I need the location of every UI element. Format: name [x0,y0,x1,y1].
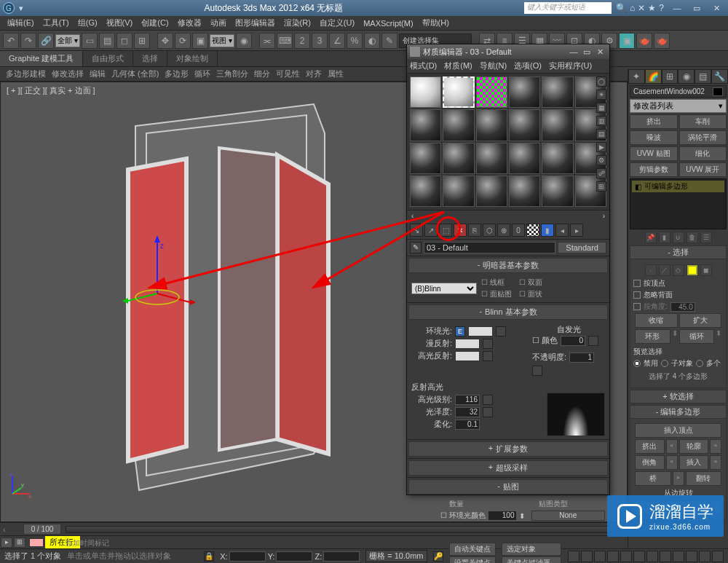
tab-create-icon[interactable]: ✦ [628,69,645,84]
link-button[interactable]: 🔗 [38,33,54,49]
btn-slice[interactable]: 剪辑参数 [630,162,678,177]
sample-slot[interactable] [542,109,573,141]
diffuse-swatch[interactable] [455,339,480,349]
faceted-checkbox[interactable]: ☐ 面状 [519,289,542,299]
make-copy-icon[interactable]: ⎘ [468,224,481,237]
sample-slot[interactable] [542,76,573,108]
go-forward-icon[interactable]: ▸ [570,224,583,237]
add-time-tag[interactable]: 添加时间标记 [66,538,109,548]
ambient-lock-icon[interactable]: E [455,326,465,336]
make-unique-icon[interactable]: ⬡ [483,224,496,237]
extrude-button[interactable]: 挤出 [635,439,665,454]
sample-slot[interactable] [443,176,474,207]
rendered-frame-button[interactable]: ▣ [619,33,635,49]
get-material-icon[interactable]: ↘ [410,224,423,237]
prev-frame-icon[interactable] [581,551,593,562]
ribbon-tab-modeling[interactable]: Graphite 建模工具 [0,51,83,66]
menu-animation[interactable]: 动画 [206,17,231,28]
info-center-signin-icon[interactable]: ⌂ [630,3,635,13]
info-center-exchange-icon[interactable]: ✕ [638,3,645,13]
tab-display-icon[interactable]: ▤ [695,69,711,84]
matmap-nav-icon[interactable]: ⊞ [596,181,606,192]
bevel-settings-button[interactable]: ▫ [666,455,678,470]
angle-snap-button[interactable]: ∠ [329,33,345,49]
selection-lock-icon[interactable]: 🔒 [204,551,214,562]
material-name-input[interactable] [424,242,555,253]
menu-grapheditors[interactable]: 图形编辑器 [231,17,280,28]
window-close-button[interactable]: ✕ [708,4,725,13]
mated-close-button[interactable]: ✕ [593,47,606,57]
use-pivot-center-button[interactable]: ◉ [236,33,252,49]
max-toggle-icon[interactable] [712,551,724,562]
play-back-icon[interactable] [568,551,579,562]
material-type-button[interactable]: Standard [558,242,606,253]
menu-help[interactable]: 帮助(H) [418,17,454,28]
assign-to-selection-icon[interactable]: ⬚ [439,224,452,237]
mated-menu-modes[interactable]: 模式(D) [410,60,437,71]
rollout-header[interactable]: -贴图 [408,479,608,495]
orbit-icon[interactable] [699,551,711,562]
sample-slot[interactable] [476,76,507,108]
snap-toggle-2d[interactable]: 2 [294,33,310,49]
make-preview-icon[interactable]: ▶ [596,142,606,152]
sample-slot[interactable] [410,109,441,141]
time-slider-handle[interactable]: 0 / 100 [23,524,62,535]
sample-slot[interactable] [410,143,441,174]
mated-menu-options[interactable]: 选项(O) [514,60,542,71]
btn-uvwunwrap[interactable]: UVW 展开 [679,162,727,177]
info-center-search-icon[interactable]: 🔍 [616,3,627,13]
outline-button[interactable]: 轮廓 [679,439,709,454]
sample-slot[interactable] [509,76,540,108]
gloss-map-button[interactable] [483,407,493,417]
subobj-polygon-icon[interactable] [687,264,698,276]
outline-settings-button[interactable]: ▫ [710,439,721,454]
window-maximize-button[interactable]: ▭ [688,4,705,13]
trackbar-expand-icon[interactable]: ▸ [1,538,12,548]
options-icon[interactable]: ⚙ [596,155,606,165]
transform-z-input[interactable] [323,551,360,562]
fov-icon[interactable] [673,551,684,562]
bridge-settings-button[interactable]: ▫ [673,471,684,486]
extrude-settings-button[interactable]: ▫ [666,439,678,454]
selfillum-color-checkbox[interactable]: ☐ 颜色 [532,335,558,346]
spec-level-spinner[interactable]: 116 [455,395,480,405]
mated-menu-utilities[interactable]: 实用程序(U) [549,60,592,71]
undo-button[interactable]: ↶ [3,33,19,49]
soften-spinner[interactable]: 0.1 [455,420,480,430]
mated-minimize-button[interactable]: — [567,47,580,56]
zoom-all-icon[interactable] [646,551,658,562]
backlight-icon[interactable]: ☀ [596,90,606,100]
material-id-icon[interactable]: 0 [512,224,525,237]
sample-uv-icon[interactable]: ▥ [596,116,606,126]
two-sided-checkbox[interactable]: ☐ 双面 [519,277,542,288]
map-amount-spinner[interactable]: 100 [488,511,517,521]
next-frame-icon[interactable] [607,551,619,562]
window-crossing-button[interactable]: ⊞ [134,33,150,49]
window-minimize-button[interactable]: — [668,4,686,12]
btn-tessellate[interactable]: 细化 [679,146,727,161]
specular-map-button[interactable] [483,351,493,361]
subobj-element-icon[interactable]: ◼ [700,264,712,276]
selection-filter-dropdown[interactable]: 全部 [55,34,80,47]
shader-type-dropdown[interactable]: (B)Blinn [411,283,477,294]
reset-map-icon[interactable]: ✕ [454,224,467,237]
sample-slot[interactable] [410,176,441,207]
tab-motion-icon[interactable]: ◉ [678,69,695,84]
time-slider[interactable]: ‹ 0 / 100 [0,522,628,535]
ribbon-panel-geometry[interactable]: 几何体 (全部) [111,68,159,79]
sample-slot[interactable] [443,109,474,141]
sample-slot[interactable] [476,143,507,174]
remove-modifier-icon[interactable]: 🗑 [687,232,698,243]
set-key-button[interactable]: 设置关键点 [449,556,496,563]
diffuse-map-button[interactable] [483,339,493,349]
transform-x-input[interactable] [229,551,266,562]
goto-end-icon[interactable] [620,551,632,562]
spec-level-map-button[interactable] [483,395,493,405]
info-center-favorite-icon[interactable]: ★ [648,3,656,13]
render-production-button[interactable]: 🫖 [636,33,652,49]
key-mode-dropdown[interactable]: 选定对象 [502,543,561,556]
mated-menu-material[interactable]: 材质(M) [444,60,472,71]
make-unique-icon[interactable]: ∪ [673,232,684,243]
ribbon-panel-polymodel[interactable]: 多边形建模 [6,68,46,79]
ribbon-panel-polygons[interactable]: 多边形 [165,68,189,79]
